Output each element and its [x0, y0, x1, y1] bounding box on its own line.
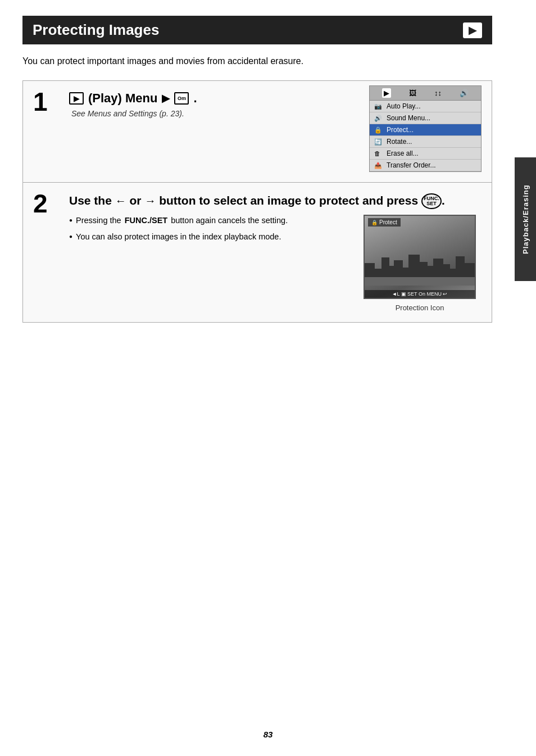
protect-menu-icon: Om [174, 92, 189, 105]
step-1-block: 1 ▶ (Play) Menu ▶ Om . See Men [23, 81, 492, 183]
page-container: Playback/Erasing Protecting Images ▶ You… [0, 0, 536, 756]
arrow-icon: ▶ [162, 92, 170, 105]
main-content: Protecting Images ▶ You can protect impo… [0, 0, 515, 356]
svg-rect-3 [381, 257, 389, 277]
transfer-label: Transfer Order... [387, 161, 436, 169]
right-arrow-icon: → [144, 194, 156, 207]
lcd-controls: ◄L ▣ SET On MENU ↩ [392, 291, 448, 297]
tab-settings: ↕↕ [434, 89, 442, 97]
step-1-header: ▶ (Play) Menu ▶ Om . [69, 91, 369, 106]
step-2-content: Use the ← or → button to select an image… [63, 193, 482, 312]
steps-container: 1 ▶ (Play) Menu ▶ Om . See Men [22, 80, 492, 323]
sound-icon: 🔊 [374, 115, 383, 122]
svg-rect-8 [420, 262, 428, 277]
protection-icon-caption: Protection Icon [396, 304, 444, 312]
transfer-icon: 📤 [374, 162, 383, 169]
step-2-block: 2 Use the ← or → button to select an ima… [23, 183, 492, 322]
svg-rect-1 [365, 263, 375, 277]
tab-edit: 🖼 [409, 89, 416, 97]
autoplay-label: Auto Play... [387, 102, 420, 110]
title-bar: Protecting Images ▶ [22, 16, 492, 44]
page-title: Protecting Images [33, 21, 159, 39]
protect-icon: 🔒 [374, 126, 383, 134]
svg-rect-0 [365, 277, 476, 286]
svg-rect-10 [433, 259, 443, 277]
step-1-number: 1 [33, 89, 63, 115]
sound-label: Sound Menu... [387, 114, 430, 122]
autoplay-icon: 📷 [374, 103, 383, 110]
step-1-content: ▶ (Play) Menu ▶ Om . See Menus and Setti… [63, 91, 369, 120]
cityscape-svg [365, 252, 476, 286]
intro-text: You can protect important images and mov… [22, 55, 492, 68]
left-arrow-icon: ← [115, 194, 126, 207]
menu-top-bar: ▶ 🖼 ↕↕ 🔊 [370, 86, 481, 101]
svg-rect-6 [403, 268, 408, 277]
step-2-left: Pressing the FUNC./SET button again canc… [69, 215, 352, 247]
erase-label: Erase all... [387, 150, 419, 157]
bullet-item-2: You can also protect images in the index… [69, 231, 352, 242]
rotate-icon: 🔄 [374, 138, 383, 146]
funcset-bold: FUNC./SET [125, 215, 168, 226]
play-menu-icon: ▶ [69, 92, 84, 105]
menu-item-rotate: 🔄 Rotate... [370, 136, 481, 148]
bullet-list: Pressing the FUNC./SET button again canc… [69, 215, 352, 242]
rotate-label: Rotate... [387, 138, 412, 146]
erase-icon: 🗑 [374, 150, 383, 157]
step1-header-text: (Play) Menu [88, 91, 157, 106]
protect-text: Protect [379, 219, 397, 225]
protect-label: Protect... [387, 126, 414, 134]
step-2-number: 2 [33, 191, 63, 216]
menu-item-autoplay: 📷 Auto Play... [370, 101, 481, 112]
step-1-sub: See Menus and Settings (p. 23). [71, 109, 369, 118]
page-number: 83 [264, 730, 273, 739]
func-set-button-icon: FUNC.SET [421, 193, 442, 209]
protect-on-icon: 🔒 [371, 220, 378, 225]
svg-rect-9 [428, 266, 433, 277]
bullet-item-1: Pressing the FUNC./SET button again canc… [69, 215, 352, 226]
tab-play: ▶ [382, 88, 391, 98]
menu-screenshot: ▶ 🖼 ↕↕ 🔊 📷 Auto Play... 🔊 Sound Menu... [369, 85, 482, 172]
menu-item-transfer: 📤 Transfer Order... [370, 160, 481, 171]
step-2-header: Use the ← or → button to select an image… [69, 193, 482, 209]
lcd-screen: 🔒 Protect ◄L ▣ SET On MENU ↩ [364, 215, 476, 299]
menu-item-sound: 🔊 Sound Menu... [370, 112, 481, 124]
menu-item-protect: 🔒 Protect... [370, 124, 481, 136]
lcd-bottom-bar: ◄L ▣ SET On MENU ↩ [365, 290, 475, 298]
side-tab: Playback/Erasing [515, 157, 536, 281]
step-2-body: Pressing the FUNC./SET button again canc… [69, 215, 482, 312]
step-2-right: 🔒 Protect ◄L ▣ SET On MENU ↩ Protection … [358, 215, 482, 312]
lcd-image [365, 216, 475, 298]
period: . [193, 91, 197, 106]
svg-rect-5 [394, 260, 403, 277]
svg-rect-14 [465, 263, 476, 277]
protect-bar: 🔒 Protect [368, 218, 401, 227]
svg-rect-7 [408, 255, 420, 277]
tab-sound: 🔊 [460, 89, 469, 97]
menu-item-erase: 🗑 Erase all... [370, 148, 481, 160]
svg-rect-11 [443, 264, 450, 277]
svg-rect-12 [450, 269, 456, 277]
svg-rect-13 [456, 256, 465, 277]
svg-rect-4 [389, 266, 394, 277]
play-icon: ▶ [469, 25, 476, 35]
play-icon-box: ▶ [463, 22, 482, 38]
svg-rect-2 [375, 269, 381, 277]
